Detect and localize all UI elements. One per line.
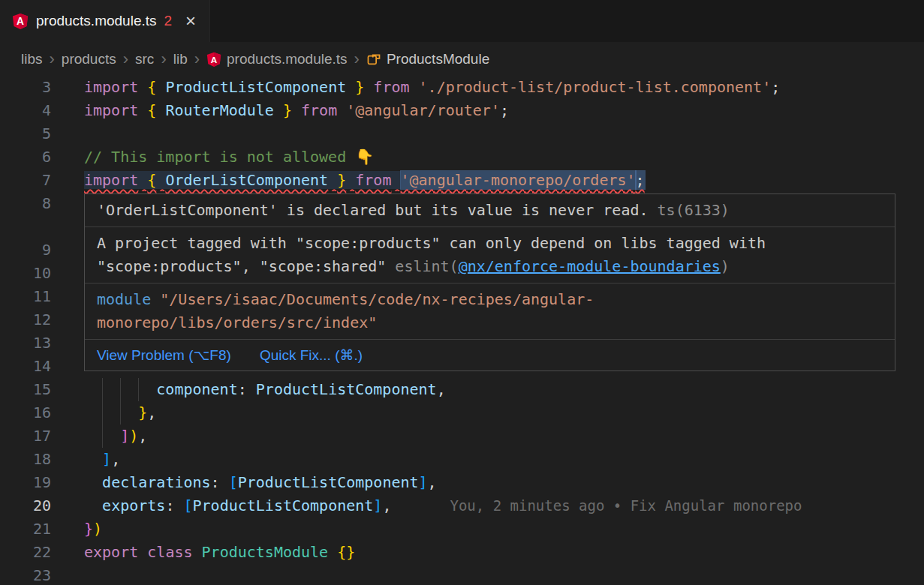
line-number[interactable]: 12 [0, 308, 51, 332]
code-line-16[interactable]: 16 }, [0, 401, 924, 424]
indent-guide [120, 378, 121, 401]
breadcrumb-item-symbol[interactable]: ProductsModule [366, 51, 489, 68]
eslint-rule-link[interactable]: @nx/enforce-module-boundaries [459, 257, 721, 275]
quick-fix-action[interactable]: Quick Fix... (⌘.) [260, 344, 363, 366]
close-icon[interactable]: × [185, 12, 196, 30]
line-number[interactable]: 7 [0, 169, 51, 192]
line-number[interactable]: 4 [0, 99, 51, 122]
code-line-18[interactable]: 18 ], [0, 448, 924, 471]
code-line-7[interactable]: 7import { OrderListComponent } from '@an… [0, 169, 924, 192]
indent-guide [102, 401, 103, 424]
code-line-22[interactable]: 22export class ProductsModule {} [0, 541, 924, 564]
line-number[interactable]: 10 [0, 262, 51, 285]
breadcrumb-item-file[interactable]: A products.module.ts [206, 51, 348, 68]
chevron-right-icon: › [354, 51, 360, 68]
line-number[interactable]: 6 [0, 146, 51, 169]
breadcrumb: libs › products › src › lib › A products… [0, 42, 924, 76]
line-content: component: ProductListComponent, [84, 378, 924, 401]
svg-text:A: A [211, 54, 218, 64]
code-line-6[interactable]: 6// This import is not allowed 👇 [0, 146, 924, 169]
code-area: 3import { ProductListComponent } from '.… [0, 76, 924, 585]
code-line-23[interactable]: 23 [0, 564, 924, 585]
line-number[interactable]: 20 [0, 494, 51, 518]
code-line-15[interactable]: 15 component: ProductListComponent, [0, 378, 924, 401]
chevron-right-icon: › [50, 51, 55, 68]
code-line-20[interactable]: 20 exports: [ProductListComponent],You, … [0, 494, 924, 518]
breadcrumb-item-lib[interactable]: lib [173, 51, 188, 68]
line-number[interactable]: 19 [0, 471, 51, 494]
line-number[interactable]: 17 [0, 424, 51, 448]
indent-guide [102, 424, 103, 448]
code-line-21[interactable]: 21}) [0, 518, 924, 541]
code-line-19[interactable]: 19 declarations: [ProductListComponent], [0, 471, 924, 494]
line-content [84, 122, 924, 146]
line-number[interactable]: 9 [0, 238, 51, 262]
indent-guide [102, 378, 103, 401]
line-content: declarations: [ProductListComponent], [84, 471, 924, 494]
line-number[interactable]: 23 [0, 564, 51, 585]
line-number[interactable]: 15 [0, 378, 51, 401]
line-content: }, [84, 401, 924, 424]
line-content: export class ProductsModule {} [84, 541, 924, 564]
hover-eslint-message: A project tagged with "scope:products" c… [85, 227, 895, 284]
line-number[interactable]: 16 [0, 401, 51, 424]
angular-icon: A [206, 52, 221, 67]
line-content: ]), [84, 424, 924, 448]
line-number[interactable]: 21 [0, 518, 51, 541]
breadcrumb-item-libs[interactable]: libs [21, 51, 43, 68]
line-number[interactable]: 11 [0, 285, 51, 308]
line-number[interactable]: 8 [0, 192, 51, 238]
hover-ts-message: 'OrderListComponent' is declared but its… [85, 194, 895, 227]
line-number[interactable]: 3 [0, 76, 51, 99]
tab-products-module[interactable]: A products.module.ts 2 × [0, 0, 210, 42]
view-problem-action[interactable]: View Problem (⌥F8) [97, 344, 231, 366]
problems-count-badge: 2 [164, 13, 173, 29]
line-number[interactable]: 5 [0, 122, 51, 146]
svg-text:A: A [17, 16, 24, 27]
line-content: ], [84, 448, 924, 471]
line-content: exports: [ProductListComponent],You, 2 m… [84, 494, 924, 518]
tab-bar: A products.module.ts 2 × [0, 0, 924, 42]
code-line-3[interactable]: 3import { ProductListComponent } from '.… [0, 76, 924, 99]
line-content: import { RouterModule } from '@angular/r… [84, 99, 924, 122]
code-line-17[interactable]: 17 ]), [0, 424, 924, 448]
line-content: import { OrderListComponent } from '@ang… [84, 169, 924, 192]
line-content: }) [84, 518, 924, 541]
angular-icon: A [12, 13, 29, 29]
indent-guide [120, 401, 121, 424]
breadcrumb-item-src[interactable]: src [135, 51, 154, 68]
line-content [84, 564, 924, 585]
chevron-right-icon: › [123, 51, 128, 68]
indent-guide [138, 378, 139, 401]
class-symbol-icon [366, 52, 381, 67]
git-blame-annotation: You, 2 minutes ago • Fix Angular monorep… [450, 497, 802, 514]
line-content: import { ProductListComponent } from './… [84, 76, 924, 99]
line-number[interactable]: 22 [0, 541, 51, 564]
breadcrumb-item-products[interactable]: products [62, 51, 116, 68]
ts-error-code: ts(6133) [649, 201, 730, 219]
hover-popup: 'OrderListComponent' is declared but its… [84, 194, 895, 371]
code-line-4[interactable]: 4import { RouterModule } from '@angular/… [0, 99, 924, 122]
line-number[interactable]: 14 [0, 355, 51, 378]
tab-label: products.module.ts [36, 13, 157, 29]
code-line-5[interactable]: 5 [0, 122, 924, 146]
line-number[interactable]: 18 [0, 448, 51, 471]
line-content: // This import is not allowed 👇 [84, 146, 924, 169]
line-number[interactable]: 13 [0, 332, 51, 355]
chevron-right-icon: › [161, 51, 166, 68]
hover-module-info: module "/Users/isaac/Documents/code/nx-r… [85, 284, 895, 340]
chevron-right-icon: › [194, 51, 200, 68]
hover-status-bar: View Problem (⌥F8) Quick Fix... (⌘.) [85, 340, 895, 370]
